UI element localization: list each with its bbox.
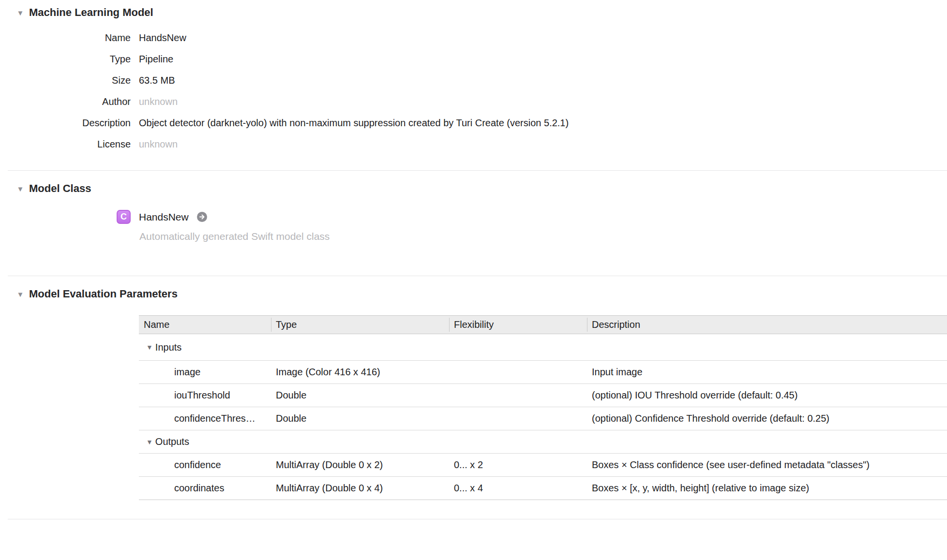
cell-description: (optional) Confidence Threshold override… (587, 407, 947, 430)
cell-description: (optional) IOU Threshold override (defau… (587, 384, 947, 407)
cell-flexibility (449, 407, 587, 430)
column-header-flexibility: Flexibility (449, 316, 587, 334)
field-value: HandsNew (139, 32, 186, 44)
disclosure-triangle-icon[interactable]: ▼ (146, 344, 153, 351)
section-divider (8, 519, 947, 519)
field-row-author: Author unknown (0, 91, 947, 112)
field-value: Pipeline (139, 54, 173, 65)
model-class-row: C HandsNew (117, 210, 207, 224)
class-name: HandsNew (139, 211, 189, 223)
table-header-row: Name Type Flexibility Description (139, 315, 947, 334)
table-row: iouThreshold Double (optional) IOU Thres… (139, 384, 947, 407)
cell-flexibility: 0... x 4 (449, 477, 587, 500)
field-value: 63.5 MB (139, 75, 175, 86)
model-field-list: Name HandsNew Type Pipeline Size 63.5 MB… (0, 27, 947, 155)
table-group-outputs: ▼ Outputs (139, 430, 947, 454)
cell-name: coordinates (139, 477, 271, 500)
group-label: Outputs (155, 436, 189, 447)
field-label: Author (0, 96, 131, 107)
cell-name: image (139, 361, 271, 383)
parameters-table: Name Type Flexibility Description ▼ Inpu… (139, 315, 947, 500)
cell-type: MultiArray (Double 0 x 4) (271, 477, 449, 500)
column-header-type: Type (271, 316, 449, 334)
field-label: Type (0, 54, 131, 65)
table-row: confidenceThres… Double (optional) Confi… (139, 407, 947, 430)
table-row: image Image (Color 416 x 416) Input imag… (139, 361, 947, 384)
cell-name: confidenceThres… (139, 407, 271, 430)
column-header-description: Description (587, 316, 947, 334)
section-title: Model Evaluation Parameters (29, 288, 178, 300)
cell-description: Boxes × Class confidence (see user-defin… (587, 454, 947, 476)
section-divider (8, 170, 947, 171)
field-label: Name (0, 32, 131, 44)
disclosure-triangle-icon[interactable]: ▼ (13, 185, 28, 192)
cell-flexibility (449, 384, 587, 407)
machine-learning-model-header: ▼ Machine Learning Model (0, 6, 947, 19)
section-divider (8, 276, 947, 276)
machine-learning-model-section: ▼ Machine Learning Model (13, 6, 947, 19)
field-value: unknown (139, 96, 178, 107)
field-label: Size (0, 75, 131, 86)
cell-name: confidence (139, 454, 271, 476)
table-row: confidence MultiArray (Double 0 x 2) 0..… (139, 454, 947, 477)
field-row-name: Name HandsNew (0, 27, 947, 48)
section-title: Machine Learning Model (29, 6, 153, 19)
column-header-name: Name (139, 316, 271, 334)
disclosure-triangle-icon[interactable]: ▼ (146, 439, 153, 445)
cell-type: Double (271, 407, 449, 430)
open-class-arrow-icon[interactable] (197, 212, 207, 222)
field-row-type: Type Pipeline (0, 48, 947, 70)
table-row: coordinates MultiArray (Double 0 x 4) 0.… (139, 477, 947, 500)
cell-description: Input image (587, 361, 947, 383)
class-subtitle: Automatically generated Swift model clas… (139, 231, 330, 242)
field-row-license: License unknown (0, 133, 947, 155)
disclosure-triangle-icon[interactable]: ▼ (13, 9, 28, 16)
disclosure-triangle-icon[interactable]: ▼ (13, 291, 28, 298)
field-label: Description (0, 118, 131, 129)
field-value: Object detector (darknet-yolo) with non-… (139, 118, 569, 129)
cell-type: MultiArray (Double 0 x 2) (271, 454, 449, 476)
table-group-inputs: ▼ Inputs (139, 334, 947, 361)
section-title: Model Class (29, 182, 91, 195)
cell-type: Double (271, 384, 449, 407)
class-c-badge-icon: C (117, 210, 131, 224)
cell-flexibility: 0... x 2 (449, 454, 587, 476)
field-value: unknown (139, 139, 178, 150)
model-class-header: ▼ Model Class (13, 182, 91, 195)
cell-flexibility (449, 361, 587, 383)
field-label: License (0, 139, 131, 150)
model-evaluation-parameters-header: ▼ Model Evaluation Parameters (13, 288, 178, 300)
field-row-description: Description Object detector (darknet-yol… (0, 112, 947, 133)
cell-name: iouThreshold (139, 384, 271, 407)
group-label: Inputs (155, 342, 181, 353)
cell-type: Image (Color 416 x 416) (271, 361, 449, 383)
field-row-size: Size 63.5 MB (0, 70, 947, 91)
cell-description: Boxes × [x, y, width, height] (relative … (587, 477, 947, 500)
